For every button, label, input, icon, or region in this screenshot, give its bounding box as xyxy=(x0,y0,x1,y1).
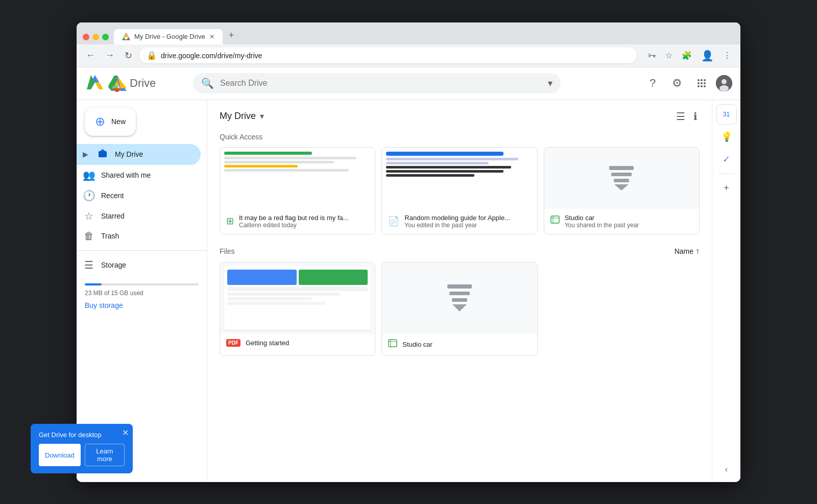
sidebar-item-recent[interactable]: 🕐 Recent xyxy=(77,185,201,206)
card-preview-3 xyxy=(544,148,699,209)
card-info-1: ⊞ It may be a red flag but red is my fa.… xyxy=(220,209,375,234)
buy-storage-btn[interactable]: Buy storage xyxy=(85,301,123,309)
svg-point-18 xyxy=(704,82,706,84)
sidebar-item-trash[interactable]: 🗑 Trash xyxy=(77,226,201,246)
reload-btn[interactable]: ↻ xyxy=(122,48,135,63)
trash-icon: 🗑 xyxy=(83,230,95,242)
app-container: ⊕ New ▶ My Drive 👥 Shared with me 🕐 xyxy=(77,100,740,482)
banner-learn-btn[interactable]: Learn more xyxy=(85,444,125,466)
svg-rect-27 xyxy=(551,216,559,223)
card-preview-1 xyxy=(220,148,375,209)
studio-car-details: Studio car xyxy=(402,341,531,348)
pdf-details: Getting started xyxy=(246,339,369,347)
file-icon-3 xyxy=(550,215,560,227)
file-preview-2 xyxy=(382,262,537,334)
pdf-text-line-1 xyxy=(227,287,368,291)
svg-marker-3 xyxy=(126,37,130,40)
sort-btn[interactable]: Name ↑ xyxy=(675,247,700,256)
banner-download-btn[interactable]: Download xyxy=(39,444,81,466)
add-widget-btn[interactable]: + xyxy=(716,178,737,199)
new-button[interactable]: ⊕ New xyxy=(85,107,136,136)
card-preview-2 xyxy=(382,148,537,209)
search-input[interactable] xyxy=(220,79,542,88)
view-controls: ☰ ℹ xyxy=(674,108,700,125)
settings-btn[interactable]: ⚙ xyxy=(667,73,687,93)
files-grid: PDF Getting started xyxy=(220,262,700,356)
storage-used-label: 23 MB of 15 GB used xyxy=(85,290,199,297)
expand-sidebar-btn[interactable]: ‹ xyxy=(721,461,732,478)
grid-icon xyxy=(696,78,707,88)
main-content: My Drive ▾ ☰ ℹ Quick Access xyxy=(207,100,712,482)
file-details-2: Random modeling guide for Apple... You e… xyxy=(404,214,531,229)
browser-tab[interactable]: My Drive - Google Drive ✕ xyxy=(114,29,223,44)
recent-icon: 🕐 xyxy=(83,189,95,202)
tasks-widget-btn[interactable]: ✓ xyxy=(716,149,737,170)
user-avatar xyxy=(716,75,732,91)
quick-access-card-1[interactable]: ⊞ It may be a red flag but red is my fa.… xyxy=(220,147,375,234)
key-icon-btn[interactable]: 🗝 xyxy=(645,49,659,62)
avatar[interactable] xyxy=(716,75,732,91)
drive-favicon xyxy=(122,33,130,41)
sheets-icon-2 xyxy=(388,339,397,350)
logo-text: Drive xyxy=(130,77,156,90)
bookmark-btn[interactable]: ☆ xyxy=(662,49,676,62)
new-plus-icon: ⊕ xyxy=(95,115,105,128)
file-name-2: Random modeling guide for Apple... xyxy=(404,214,531,222)
sidebar-item-starred[interactable]: ☆ Starred xyxy=(77,206,201,226)
sidebar-item-storage[interactable]: ☰ Storage xyxy=(77,255,201,275)
shared-icon: 👥 xyxy=(83,169,95,181)
tab-title: My Drive - Google Drive xyxy=(134,33,205,40)
quick-access-card-3[interactable]: Studio car You shared in the past year xyxy=(544,147,700,234)
svg-rect-30 xyxy=(389,340,397,347)
drive-desktop-banner: ✕ Get Drive for desktop Download Learn m… xyxy=(31,424,133,473)
browser-toolbar: ← → ↻ 🔒 drive.google.com/drive/my-drive … xyxy=(77,44,740,67)
sidebar-item-my-drive[interactable]: ▶ My Drive xyxy=(77,144,201,165)
forward-btn[interactable]: → xyxy=(102,48,117,63)
pdf-green-box xyxy=(299,270,368,285)
banner-buttons: Download Learn more xyxy=(39,444,125,466)
sidebar-divider xyxy=(77,250,207,251)
my-drive-label: My Drive xyxy=(115,150,143,158)
list-view-btn[interactable]: ☰ xyxy=(674,108,687,125)
pdf-file-name: Getting started xyxy=(246,339,369,347)
pdf-text-line-2 xyxy=(227,293,340,296)
svg-point-24 xyxy=(719,85,729,91)
svg-point-20 xyxy=(701,85,703,87)
search-dropdown-icon[interactable]: ▾ xyxy=(548,78,552,89)
tab-close-btn[interactable]: ✕ xyxy=(209,33,214,40)
title-dropdown-icon[interactable]: ▾ xyxy=(260,111,264,121)
banner-close-btn[interactable]: ✕ xyxy=(122,428,129,438)
menu-btn[interactable]: ⋮ xyxy=(720,49,734,62)
file-name-3: Studio car xyxy=(565,214,693,222)
storage-fill xyxy=(85,283,102,285)
svg-point-16 xyxy=(698,82,700,84)
close-dot[interactable] xyxy=(83,34,89,40)
maximize-dot[interactable] xyxy=(102,34,109,40)
storage-icon: ☰ xyxy=(83,259,95,271)
extension-btn[interactable]: 🧩 xyxy=(679,49,695,62)
browser-actions: 🗝 ☆ 🧩 👤 ⋮ xyxy=(645,47,734,64)
widget-divider xyxy=(718,174,735,174)
page-title: My Drive xyxy=(220,111,256,122)
profile-btn[interactable]: 👤 xyxy=(698,47,717,64)
file-card-info-2: Studio car xyxy=(382,334,537,355)
help-btn[interactable]: ? xyxy=(642,73,663,93)
quick-access-card-2[interactable]: 📄 Random modeling guide for Apple... You… xyxy=(381,147,537,234)
keep-widget-btn[interactable]: 💡 xyxy=(716,127,737,147)
calendar-widget-btn[interactable]: 31 xyxy=(716,104,737,125)
info-btn[interactable]: ℹ xyxy=(691,108,700,125)
url-text: drive.google.com/drive/my-drive xyxy=(161,52,262,60)
file-card-1[interactable]: PDF Getting started xyxy=(220,262,375,356)
back-btn[interactable]: ← xyxy=(83,48,98,63)
svg-marker-26 xyxy=(99,149,107,152)
app-wrapper: Drive 🔍 ▾ ? ⚙ xyxy=(77,67,740,482)
minimize-dot[interactable] xyxy=(92,34,99,40)
new-tab-btn[interactable]: + xyxy=(223,27,241,44)
svg-point-13 xyxy=(698,79,700,81)
sidebar-item-shared-with-me[interactable]: 👥 Shared with me xyxy=(77,165,201,185)
trash-label: Trash xyxy=(101,232,119,240)
address-bar[interactable]: 🔒 drive.google.com/drive/my-drive xyxy=(139,47,637,63)
file-preview-1 xyxy=(220,262,375,334)
file-card-2[interactable]: Studio car xyxy=(381,262,537,356)
apps-btn[interactable] xyxy=(691,73,712,93)
